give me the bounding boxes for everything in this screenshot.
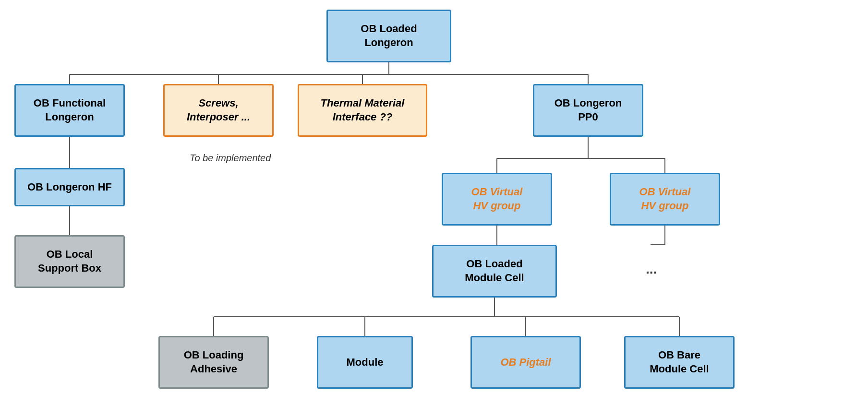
node-ob-loaded-longeron: OB LoadedLongeron [326, 10, 451, 62]
node-virtual-hv-group-2: OB VirtualHV group [610, 173, 720, 226]
node-virtual-hv-group-1: OB VirtualHV group [442, 173, 552, 226]
node-ob-loading-adhesive: OB LoadingAdhesive [158, 336, 269, 389]
node-ob-loaded-module-cell: OB LoadedModule Cell [432, 245, 557, 298]
label-to-be-implemented: To be implemented [190, 153, 271, 164]
node-module: Module [317, 336, 413, 389]
node-ob-longeron-hf: OB Longeron HF [14, 168, 125, 206]
node-thermal-material-interface: Thermal MaterialInterface ?? [298, 84, 427, 137]
node-ob-local-support-box: OB LocalSupport Box [14, 235, 125, 288]
node-screws-interposer: Screws,Interposer ... [163, 84, 274, 137]
node-ob-pigtail: OB Pigtail [470, 336, 581, 389]
node-ob-longeron-pp0: OB LongeronPP0 [533, 84, 643, 137]
node-ob-bare-module-cell: OB BareModule Cell [624, 336, 735, 389]
label-dots: ... [646, 262, 657, 277]
diagram: OB LoadedLongeron OB FunctionalLongeron … [0, 0, 868, 406]
node-ob-functional-longeron: OB FunctionalLongeron [14, 84, 125, 137]
